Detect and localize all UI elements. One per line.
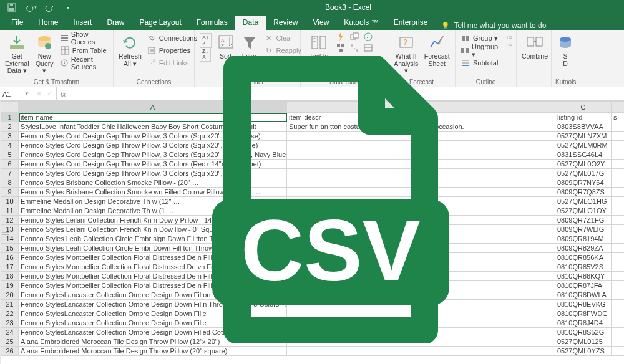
row-header[interactable]: 4 [1, 141, 19, 150]
save-icon[interactable] [4, 1, 20, 14]
cell[interactable] [287, 150, 555, 160]
cell[interactable]: 0810QR85V2S [555, 262, 612, 272]
edit-links-button[interactable]: Edit Links [145, 57, 198, 69]
cell[interactable] [287, 272, 555, 281]
cell[interactable]: 0809QR7WLIG [555, 225, 612, 234]
row-header[interactable]: 6 [1, 160, 19, 169]
cell[interactable] [612, 178, 625, 188]
cell[interactable]: 0527QMLM0RM [555, 141, 612, 150]
row-header[interactable]: 5 [1, 150, 19, 160]
recent-sources-button[interactable]: Recent Sources [59, 57, 109, 69]
forecast-sheet-button[interactable]: ForecastSheet [423, 32, 452, 69]
cell[interactable] [612, 281, 625, 290]
cell[interactable] [612, 244, 625, 253]
tab-insert[interactable]: Insert [66, 16, 99, 30]
cell[interactable]: Fennco Styles Leah Collection Circle Emb… [19, 234, 287, 244]
row-header[interactable]: 20 [1, 290, 19, 300]
sort-desc-button[interactable]: Z↓A [198, 48, 213, 60]
tab-formulas[interactable]: Formulas [189, 16, 235, 30]
properties-button[interactable]: Properties [145, 44, 198, 57]
row-header[interactable]: 22 [1, 309, 19, 318]
data-model-icon[interactable] [363, 43, 376, 53]
cell[interactable]: 0809QR829ZA [555, 244, 612, 253]
cell[interactable]: 0810QR8J4D4 [555, 318, 612, 328]
cell[interactable] [287, 300, 555, 309]
cell[interactable]: 0527QML0YZS [555, 347, 612, 356]
cell[interactable] [612, 318, 625, 328]
column-header-d[interactable] [612, 102, 625, 113]
tab-enterprise[interactable]: Enterprise [386, 16, 436, 30]
cell[interactable]: Alana Embroidered Moroccan Tile Design T… [19, 337, 287, 347]
cell[interactable]: Alana Embroidered Moroccan Tile Design T… [19, 347, 287, 356]
cell[interactable]: Emmeline Medallion Design Decorative Th … [19, 206, 287, 216]
cell[interactable] [612, 253, 625, 262]
sort-button[interactable]: AZ Sort [215, 32, 236, 62]
tab-view[interactable]: View [306, 16, 337, 30]
tab-review[interactable]: Review [266, 16, 305, 30]
cell[interactable] [287, 225, 555, 234]
cell[interactable] [287, 318, 555, 328]
cell[interactable]: Fennco Styles Cord Design Gep Throw Pill… [19, 169, 287, 178]
cell[interactable] [612, 216, 625, 225]
cell[interactable]: 0810QR8S52G [555, 328, 612, 337]
cell[interactable]: Fennco StylesLancaster Collection Ombre … [19, 309, 287, 318]
cell[interactable] [612, 206, 625, 216]
cell[interactable]: Fennco Styles Montpellier Collection Flo… [19, 272, 287, 281]
cell[interactable] [612, 337, 625, 347]
consolidate-icon[interactable] [336, 43, 348, 53]
cell[interactable]: Fennco Styles Montpellier Collection Flo… [19, 281, 287, 290]
cell[interactable]: Fennco StylesLancaster Collection Ombre … [19, 328, 287, 337]
cell[interactable]: Super fun an tton costume for halloween … [287, 122, 555, 132]
reapply-button[interactable]: ↻Reapply [263, 44, 303, 57]
cell[interactable] [612, 141, 625, 150]
tab-file[interactable]: File [4, 16, 31, 30]
tab-home[interactable]: Home [31, 16, 66, 30]
cell[interactable] [287, 197, 555, 206]
remove-duplicates-icon[interactable] [349, 32, 362, 42]
cell[interactable]: 0810QR8DWLA [555, 290, 612, 300]
cell[interactable]: Fennco StylesLancaster Collection Ombre … [19, 318, 287, 328]
cell[interactable] [612, 328, 625, 337]
what-if-analysis-button[interactable]: ? What-IfAnalysis ▾ [392, 32, 421, 76]
row-header[interactable]: 14 [1, 234, 19, 244]
cell[interactable]: 0527QML0O2Y [555, 160, 612, 169]
cell[interactable] [287, 290, 555, 300]
cell[interactable]: 0810QR87JFA [555, 281, 612, 290]
qat-customize-icon[interactable]: ▾ [60, 1, 76, 14]
cell[interactable]: 0810QR8FWDG [555, 309, 612, 318]
row-header[interactable]: 25 [1, 337, 19, 347]
name-box[interactable]: A1▼ [0, 87, 32, 100]
cell[interactable] [287, 178, 555, 188]
row-header[interactable]: 8 [1, 178, 19, 188]
cell[interactable] [612, 132, 625, 141]
cell[interactable] [287, 347, 555, 356]
sort-asc-button[interactable]: A↓Z [198, 34, 213, 47]
cell[interactable]: listing-id [555, 113, 612, 122]
cell[interactable]: item-descr [287, 113, 555, 122]
cell[interactable]: 0527QMLO1HG [555, 197, 612, 206]
cell[interactable] [287, 281, 555, 290]
text-to-columns-button[interactable]: Text toColumns [305, 32, 333, 69]
row-header[interactable]: 3 [1, 132, 19, 141]
cell[interactable]: 0809QR7Q8ZS [555, 188, 612, 197]
cell[interactable]: Fennco Styles Brisbane Collection Smocke… [19, 188, 287, 197]
column-header-b[interactable]: B [287, 102, 555, 113]
cell[interactable] [287, 244, 555, 253]
hide-detail-icon[interactable]: −≡ [505, 42, 512, 48]
cell[interactable]: Fennco Styles Brisbane Collection Smocke… [19, 178, 287, 188]
cell[interactable]: 0809QR7Z1FG [555, 216, 612, 225]
tab-page-layout[interactable]: Page Layout [132, 16, 188, 30]
filter-button[interactable]: Filter [239, 32, 260, 62]
tab-data[interactable]: Data [235, 16, 266, 30]
flash-fill-icon[interactable] [336, 32, 348, 42]
row-header[interactable]: 24 [1, 328, 19, 337]
cell[interactable] [612, 150, 625, 160]
cell[interactable]: StylesILove Infant Toddler Chic Hallowee… [19, 122, 287, 132]
cell[interactable]: 0527QML0125 [555, 337, 612, 347]
cell[interactable]: Fennco Styles Montpellier Collection Flo… [19, 253, 287, 262]
column-header-c[interactable]: C [555, 102, 612, 113]
cell[interactable] [612, 122, 625, 132]
cell[interactable]: 0810QR856KA [555, 253, 612, 262]
select-all-corner[interactable] [1, 102, 19, 113]
tell-me-search[interactable]: 💡Tell me what you want to do [441, 21, 546, 30]
